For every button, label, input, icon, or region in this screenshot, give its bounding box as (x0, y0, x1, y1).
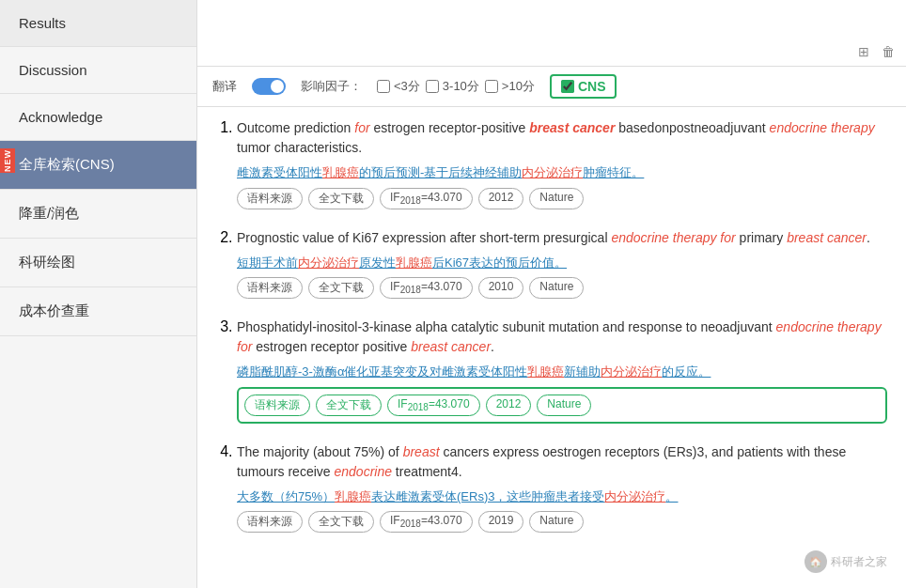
tag-source-2[interactable]: 语料来源 (237, 277, 303, 299)
watermark: 🏠 科研者之家 (804, 550, 887, 573)
italic-3-1: endocrine therapy for (237, 319, 882, 354)
result-title-2: Prognostic value of Ki67 expression afte… (237, 228, 887, 248)
italic-2-1: endocrine therapy for (611, 230, 735, 245)
filter-gt10-checkbox[interactable] (485, 80, 498, 93)
tag-if-1: IF2018=43.070 (380, 188, 473, 209)
filter-3-10[interactable]: 3-10分 (426, 78, 479, 95)
italic-3-2: breast cancer (411, 339, 491, 354)
watermark-icon: 🏠 (804, 550, 827, 573)
sidebar-label-cns: 全库检索(CNS) (19, 156, 115, 172)
copy-icon[interactable]: ⊞ (855, 43, 872, 60)
tag-year-1: 2012 (478, 188, 524, 209)
filter-bar: 翻译 影响因子： <3分 3-10分 >10分 CNS (197, 67, 906, 107)
result-title-4: The majority (about 75%) of breast cance… (237, 442, 887, 482)
tag-journal-1: Nature (529, 188, 584, 209)
delete-icon[interactable]: 🗑 (880, 43, 897, 60)
sidebar: Results Discussion Acknowledge NEW 全库检索(… (0, 0, 197, 588)
results-list: Outcome prediction for estrogen receptor… (197, 107, 906, 588)
sidebar-item-cost[interactable]: 成本价查重 (0, 287, 196, 336)
sidebar-item-results[interactable]: Results (0, 0, 196, 47)
sidebar-label-discussion: Discussion (19, 62, 87, 78)
filter-3-10-label: 3-10分 (443, 78, 479, 95)
translate-toggle[interactable] (252, 78, 286, 95)
tag-year-3: 2012 (486, 395, 532, 416)
app-container: Results Discussion Acknowledge NEW 全库检索(… (0, 0, 906, 588)
impact-label: 影响因子： (301, 78, 362, 95)
tag-source-3[interactable]: 语料来源 (244, 395, 310, 416)
impact-filter-group: <3分 3-10分 >10分 (377, 78, 535, 95)
filter-gt10-label: >10分 (502, 78, 535, 95)
sidebar-item-cns[interactable]: NEW 全库检索(CNS) (0, 141, 196, 190)
filter-gt10[interactable]: >10分 (485, 78, 535, 95)
watermark-text: 科研者之家 (831, 554, 887, 570)
tag-journal-2: Nature (529, 277, 584, 299)
filter-lt3-label: <3分 (394, 78, 420, 95)
sidebar-item-rewrite[interactable]: 降重/润色 (0, 190, 196, 239)
tag-year-2: 2010 (478, 277, 524, 299)
result-translation-3: 磷脂酰肌醇-3-激酶α催化亚基突变及对雌激素受体阳性乳腺癌新辅助内分泌治疗的反应… (237, 363, 887, 381)
tag-download-2[interactable]: 全文下载 (308, 277, 374, 299)
sidebar-item-discussion[interactable]: Discussion (0, 47, 196, 94)
main-content: ⊞ 🗑 翻译 影响因子： <3分 3-10分 >10分 (197, 0, 906, 588)
result-translation-1: 雌激素受体阳性乳腺癌的预后预测-基于后续神经辅助内分泌治疗肿瘤特征。 (237, 163, 887, 182)
tag-source-4[interactable]: 语料来源 (237, 511, 303, 533)
cns-label: CNS (578, 79, 606, 94)
toolbar-icons: ⊞ 🗑 (855, 43, 897, 60)
italic-1-2: endocrine therapy (770, 120, 875, 135)
result-item-2: Prognostic value of Ki67 expression afte… (237, 228, 887, 300)
tag-year-4: 2019 (478, 511, 524, 533)
tag-journal-3: Nature (537, 395, 591, 416)
result-tags-1: 语料来源 全文下载 IF2018=43.070 2012 Nature (237, 188, 887, 209)
sidebar-item-draw[interactable]: 科研绘图 (0, 239, 196, 287)
tag-if-3: IF2018=43.070 (387, 395, 480, 416)
result-translation-4: 大多数（约75%）乳腺癌表达雌激素受体(ERs)3，这些肿瘤患者接受内分泌治疗。 (237, 487, 887, 506)
result-item-4: The majority (about 75%) of breast cance… (237, 442, 887, 534)
cns-filter[interactable]: CNS (550, 74, 617, 99)
tag-journal-4: Nature (529, 511, 584, 533)
filter-lt3-checkbox[interactable] (377, 80, 390, 93)
tag-if-2: IF2018=43.070 (380, 277, 473, 299)
sidebar-label-cost: 成本价查重 (19, 302, 89, 318)
italic-4-1: breast (403, 444, 440, 459)
result-title-1: Outcome prediction for estrogen receptor… (237, 118, 887, 158)
tag-download-1[interactable]: 全文下载 (308, 188, 374, 209)
result-tags-2: 语料来源 全文下载 IF2018=43.070 2010 Nature (237, 277, 887, 299)
italic-4-2: endocrine (334, 464, 392, 479)
sidebar-label-rewrite: 降重/润色 (19, 205, 79, 221)
result-tags-4: 语料来源 全文下载 IF2018=43.070 2019 Nature (237, 511, 887, 533)
sidebar-label-draw: 科研绘图 (19, 254, 75, 270)
new-badge: NEW (0, 148, 15, 173)
italic-1-1: for (354, 120, 369, 135)
result-item-1: Outcome prediction for estrogen receptor… (237, 118, 887, 209)
sidebar-label-results: Results (19, 15, 66, 31)
result-translation-2: 短期手术前内分泌治疗原发性乳腺癌后Ki67表达的预后价值。 (237, 254, 887, 272)
italic-2-2: breast cancer (787, 230, 867, 245)
sidebar-item-acknowledge[interactable]: Acknowledge (0, 94, 196, 141)
translate-label: 翻译 (212, 78, 237, 95)
bold-1-1: breast cancer (529, 120, 615, 135)
tag-source-1[interactable]: 语料来源 (237, 188, 303, 209)
tag-download-3[interactable]: 全文下载 (316, 395, 382, 416)
result-tags-3: 语料来源 全文下载 IF2018=43.070 2012 Nature (237, 387, 887, 424)
filter-lt3[interactable]: <3分 (377, 78, 420, 95)
filter-3-10-checkbox[interactable] (426, 80, 439, 93)
cns-checkbox[interactable] (561, 80, 574, 93)
result-title-3: Phosphatidyl-inositol-3-kinase alpha cat… (237, 317, 887, 357)
sidebar-label-acknowledge: Acknowledge (19, 109, 102, 125)
result-item-3: Phosphatidyl-inositol-3-kinase alpha cat… (237, 317, 887, 424)
search-input[interactable] (209, 8, 895, 54)
text-input-area: ⊞ 🗑 (197, 0, 906, 67)
tag-if-4: IF2018=43.070 (380, 511, 473, 533)
tag-download-4[interactable]: 全文下载 (308, 511, 374, 533)
